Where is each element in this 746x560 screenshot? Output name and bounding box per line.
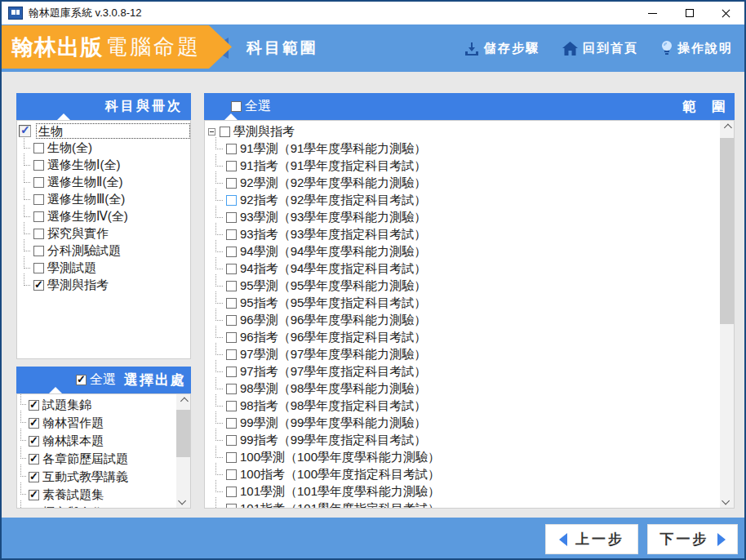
checkbox[interactable] xyxy=(226,178,237,189)
subject-root-checkbox[interactable] xyxy=(19,125,31,137)
checkbox[interactable] xyxy=(226,469,237,480)
range-item[interactable]: 99指考（99學年度指定科目考試） xyxy=(205,432,722,449)
checkbox[interactable] xyxy=(226,144,237,154)
range-item[interactable]: 95學測（95學年度學科能力測驗） xyxy=(205,278,722,295)
scroll-up-icon[interactable] xyxy=(720,121,734,135)
subject-item[interactable]: 生物(全) xyxy=(17,140,190,157)
range-scrollbar[interactable] xyxy=(720,121,734,508)
checkbox[interactable] xyxy=(29,418,39,429)
checkbox[interactable] xyxy=(226,298,237,309)
range-select-all-label[interactable]: 全選 xyxy=(245,98,271,115)
range-item[interactable]: 94指考（94學年度指定科目考試） xyxy=(205,260,722,278)
source-item[interactable]: 素養試題集 xyxy=(17,486,178,504)
close-button[interactable] xyxy=(708,2,744,24)
source-item[interactable]: 互動式教學講義 xyxy=(17,468,178,486)
checkbox[interactable] xyxy=(226,401,237,411)
range-item[interactable]: 97指考（97學年度指定科目考試） xyxy=(205,363,722,380)
checkbox[interactable] xyxy=(226,195,237,206)
checkbox[interactable] xyxy=(226,332,237,343)
subject-root-item[interactable]: 生物 xyxy=(17,122,190,140)
source-select-all-checkbox[interactable] xyxy=(76,375,87,385)
home-button[interactable]: 回到首頁 xyxy=(562,41,638,56)
checkbox[interactable] xyxy=(226,418,237,429)
source-item[interactable]: 翰林課本題 xyxy=(17,432,178,450)
checkbox[interactable] xyxy=(29,400,39,411)
range-item[interactable]: 97學測（97學年度學科能力測驗） xyxy=(205,346,722,363)
source-item[interactable]: 試題集錦 xyxy=(17,396,178,414)
source-item[interactable]: 翰林習作題 xyxy=(17,414,178,432)
scroll-down-icon[interactable] xyxy=(720,494,734,508)
checkbox[interactable] xyxy=(226,384,237,394)
subject-item[interactable]: 學測與指考 xyxy=(17,277,190,294)
subject-item[interactable]: 學測試題 xyxy=(17,260,190,277)
source-select-all-label[interactable]: 全選 xyxy=(90,371,116,389)
checkbox[interactable] xyxy=(226,367,237,377)
range-item[interactable]: 94學測（94學年度學科能力測驗） xyxy=(205,243,722,260)
checkbox[interactable] xyxy=(29,472,39,482)
checkbox[interactable] xyxy=(29,490,39,500)
subject-item[interactable]: 探究與實作 xyxy=(17,225,190,242)
checkbox[interactable] xyxy=(33,177,44,188)
range-item[interactable]: 91指考（91學年度指定科目考試） xyxy=(205,158,722,175)
subject-item[interactable]: 選修生物Ⅰ(全) xyxy=(17,157,190,174)
checkbox[interactable] xyxy=(226,349,237,360)
subject-item[interactable]: 選修生物Ⅱ(全) xyxy=(17,174,190,191)
checkbox[interactable] xyxy=(226,504,237,509)
scroll-up-icon[interactable] xyxy=(176,394,190,408)
prev-step-button[interactable]: 上一步 xyxy=(545,524,638,554)
range-item[interactable]: 99學測（99學年度學科能力測驗） xyxy=(205,415,722,432)
range-item[interactable]: 92學測（92學年度學科能力測驗） xyxy=(205,175,722,192)
checkbox[interactable] xyxy=(29,508,39,509)
range-select-all-checkbox[interactable] xyxy=(231,101,242,112)
checkbox[interactable] xyxy=(33,143,44,153)
range-item[interactable]: 92指考（92學年度指定科目考試） xyxy=(205,192,722,209)
checkbox[interactable] xyxy=(33,194,44,205)
checkbox[interactable] xyxy=(226,229,237,240)
source-item[interactable]: 探究與實作 xyxy=(17,504,178,509)
range-root-checkbox[interactable] xyxy=(220,127,230,137)
subject-item[interactable]: 分科測驗試題 xyxy=(17,242,190,260)
range-item[interactable]: 98學測（98學年度學科能力測驗） xyxy=(205,380,722,398)
range-item[interactable]: 93指考（93學年度指定科目考試） xyxy=(205,226,722,243)
checkbox[interactable] xyxy=(29,436,39,447)
range-item[interactable]: 101學測（101學年度學科能力測驗） xyxy=(205,483,722,500)
next-step-button[interactable]: 下一步 xyxy=(647,524,738,554)
checkbox[interactable] xyxy=(226,452,237,463)
range-root-label[interactable]: 學測與指考 xyxy=(233,124,295,140)
checkbox[interactable] xyxy=(33,246,44,256)
checkbox[interactable] xyxy=(226,281,237,291)
checkbox[interactable] xyxy=(33,211,44,222)
source-item[interactable]: 各章節歷屆試題 xyxy=(17,450,178,468)
subject-item[interactable]: 選修生物Ⅲ(全) xyxy=(17,191,190,208)
minimize-button[interactable] xyxy=(634,2,671,24)
subject-item[interactable]: 選修生物Ⅳ(全) xyxy=(17,208,190,225)
checkbox[interactable] xyxy=(226,212,237,223)
maximize-button[interactable] xyxy=(671,2,708,24)
scroll-thumb[interactable] xyxy=(720,138,734,324)
help-button[interactable]: 操作說明 xyxy=(661,41,733,56)
scroll-down-icon[interactable] xyxy=(176,494,190,508)
checkbox[interactable] xyxy=(33,280,44,291)
checkbox[interactable] xyxy=(226,264,237,274)
checkbox[interactable] xyxy=(226,487,237,497)
collapse-expander-icon[interactable] xyxy=(208,128,215,136)
range-item[interactable]: 101指考（101學年度指定科目考試） xyxy=(205,500,722,509)
range-item[interactable]: 91學測（91學年度學科能力測驗） xyxy=(205,140,722,158)
checkbox[interactable] xyxy=(33,263,44,273)
checkbox[interactable] xyxy=(226,315,237,326)
source-scrollbar[interactable] xyxy=(176,394,190,508)
checkbox[interactable] xyxy=(226,161,237,171)
range-item[interactable]: 93學測（93學年度學科能力測驗） xyxy=(205,209,722,226)
range-item[interactable]: 100學測（100學年度學科能力測驗） xyxy=(205,449,722,466)
range-item[interactable]: 96指考（96學年度指定科目考試） xyxy=(205,329,722,346)
checkbox[interactable] xyxy=(29,454,39,464)
range-item[interactable]: 95指考（95學年度指定科目考試） xyxy=(205,295,722,312)
scroll-thumb[interactable] xyxy=(176,410,190,457)
range-item[interactable]: 96學測（96學年度學科能力測驗） xyxy=(205,312,722,329)
range-root-item[interactable]: 學測與指考 xyxy=(205,123,734,140)
checkbox[interactable] xyxy=(226,247,237,257)
checkbox[interactable] xyxy=(226,435,237,446)
save-steps-button[interactable]: 儲存步驟 xyxy=(464,41,540,56)
checkbox[interactable] xyxy=(33,160,44,171)
range-item[interactable]: 100指考（100學年度指定科目考試） xyxy=(205,466,722,483)
